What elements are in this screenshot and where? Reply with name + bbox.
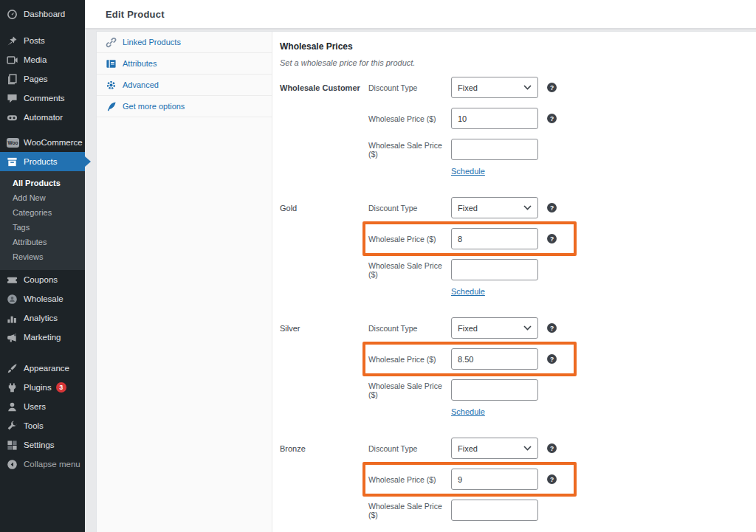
sidebar-item-dashboard[interactable]: Dashboard [0, 4, 85, 24]
submenu-item-attributes[interactable]: Attributes [0, 235, 85, 249]
section-wholesale-customer: Wholesale Customer Discount Type Fixed ?… [280, 77, 756, 176]
sidebar-item-users[interactable]: Users [0, 397, 85, 416]
comment-icon [7, 93, 18, 104]
sidebar-item-tools[interactable]: Tools [0, 416, 85, 435]
sale-price-row: Wholesale Sale Price ($) [368, 379, 557, 401]
schedule-link[interactable]: Schedule [451, 167, 485, 176]
collapse-menu-label: Collapse menu [24, 460, 80, 469]
discount-type-select[interactable]: Fixed [451, 317, 538, 339]
submenu-item-reviews[interactable]: Reviews [0, 249, 85, 264]
tab-advanced[interactable]: Advanced [97, 75, 272, 96]
tab-linked-products[interactable]: Linked Products [97, 32, 272, 53]
wrench-icon [7, 421, 18, 432]
tab-attributes[interactable]: Attributes [97, 53, 272, 75]
discount-type-select[interactable]: Fixed [451, 438, 538, 459]
wholesale-price-input[interactable]: 8.50 [451, 348, 538, 370]
sidebar-item-comments[interactable]: Comments [0, 89, 85, 108]
settings-tiles-icon [7, 440, 18, 451]
help-icon[interactable]: ? [547, 474, 557, 484]
sidebar-item-appearance[interactable]: Appearance [0, 359, 85, 378]
gear-icon [106, 80, 117, 91]
megaphone-icon [7, 332, 18, 343]
sidebar-item-label: Appearance [24, 364, 69, 373]
sidebar-item-label: Plugins [24, 383, 52, 392]
chevron-down-icon [523, 205, 532, 210]
sidebar-item-woocommerce[interactable]: Woo WooCommerce [0, 133, 85, 152]
sidebar-item-marketing[interactable]: Marketing [0, 328, 85, 347]
wholesale-price-row: Wholesale Price ($) 8 ? [368, 228, 557, 249]
wholesale-price-label: Wholesale Price ($) [368, 475, 451, 484]
sidebar-item-coupons[interactable]: Coupons [0, 270, 85, 289]
section-bronze: Bronze Discount Type Fixed ? Wholesale P… [280, 438, 756, 521]
schedule-link[interactable]: Schedule [451, 407, 485, 416]
panel-subheading: Set a wholesale price for this product. [280, 58, 756, 67]
help-icon[interactable]: ? [547, 83, 557, 92]
select-value: Fixed [458, 324, 478, 333]
sidebar-item-media[interactable]: Media [0, 50, 85, 69]
box-icon [7, 156, 18, 167]
robot-icon [7, 112, 18, 123]
sidebar-item-settings[interactable]: Settings [0, 435, 85, 455]
submenu-item-categories[interactable]: Categories [0, 205, 85, 220]
select-value: Fixed [458, 83, 478, 92]
wholesale-price-input[interactable]: 9 [451, 469, 538, 490]
sidebar-item-label: Wholesale [24, 294, 63, 303]
wholesale-price-label: Wholesale Price ($) [368, 235, 451, 243]
sidebar-item-wholesale[interactable]: Wholesale [0, 289, 85, 308]
plugins-count-badge: 3 [56, 382, 66, 393]
sidebar-item-label: Marketing [24, 333, 61, 342]
section-gold: Gold Discount Type Fixed ? Wholesale Pri… [280, 197, 756, 296]
sidebar-item-analytics[interactable]: Analytics [0, 308, 85, 328]
discount-type-row: Discount Type Fixed ? [368, 438, 557, 459]
sidebar-item-products[interactable]: Products [0, 152, 85, 171]
pages-icon [7, 74, 18, 85]
help-icon[interactable]: ? [547, 203, 557, 213]
collapse-menu-button[interactable]: Collapse menu [0, 455, 85, 474]
schedule-row: Schedule [451, 407, 557, 416]
sidebar-item-automator[interactable]: Automator [0, 108, 85, 127]
help-icon[interactable]: ? [547, 234, 557, 243]
submenu-item-all-products[interactable]: All Products [0, 176, 85, 190]
sale-price-row: Wholesale Sale Price ($) [368, 259, 557, 280]
plug-icon [7, 382, 18, 393]
bar-chart-icon [7, 313, 18, 324]
sidebar-item-label: Media [24, 55, 47, 64]
help-icon[interactable]: ? [547, 354, 557, 364]
discount-type-select[interactable]: Fixed [451, 197, 538, 218]
discount-type-label: Discount Type [368, 204, 451, 213]
wholesale-price-row: Wholesale Price ($) 9 ? [368, 469, 557, 490]
submenu-item-tags[interactable]: Tags [0, 220, 85, 235]
wholesale-price-input[interactable]: 8 [451, 228, 538, 249]
tab-get-more-options[interactable]: Get more options [97, 96, 272, 117]
submenu-item-add-new[interactable]: Add New [0, 190, 85, 205]
wholesale-price-row: Wholesale Price ($) 8.50 ? [368, 348, 557, 370]
sale-price-input[interactable] [451, 379, 538, 401]
sale-price-input[interactable] [451, 259, 538, 280]
sidebar-item-plugins[interactable]: Plugins 3 [0, 378, 85, 397]
sidebar-item-label: Tools [24, 421, 44, 430]
sale-price-input[interactable] [451, 139, 538, 160]
wholesale-prices-panel: Wholesale Prices Set a wholesale price f… [272, 32, 756, 532]
sidebar-item-posts[interactable]: Posts [0, 31, 85, 50]
page-header: Edit Product [85, 0, 756, 30]
products-submenu: All Products Add New Categories Tags Att… [0, 171, 85, 270]
help-icon[interactable]: ? [547, 114, 557, 123]
sale-price-input[interactable] [451, 500, 538, 521]
schedule-link[interactable]: Schedule [451, 287, 485, 296]
sidebar-item-label: WooCommerce [24, 138, 83, 147]
sidebar-item-label: Comments [24, 94, 65, 103]
help-icon[interactable]: ? [547, 443, 557, 453]
brush-icon [7, 363, 18, 374]
sidebar-item-pages[interactable]: Pages [0, 69, 85, 89]
quill-icon [106, 101, 117, 112]
section-silver: Silver Discount Type Fixed ? Wholesale P… [280, 317, 756, 416]
media-icon [7, 55, 18, 66]
sidebar-item-label: Analytics [24, 314, 58, 322]
chevron-down-icon [523, 446, 532, 451]
panel-heading: Wholesale Prices [280, 41, 756, 52]
sale-price-label: Wholesale Sale Price ($) [368, 261, 451, 279]
wholesale-price-input[interactable]: 10 [451, 108, 538, 129]
discount-type-select[interactable]: Fixed [451, 77, 538, 98]
sidebar-item-label: Dashboard [24, 10, 65, 18]
help-icon[interactable]: ? [547, 323, 557, 333]
